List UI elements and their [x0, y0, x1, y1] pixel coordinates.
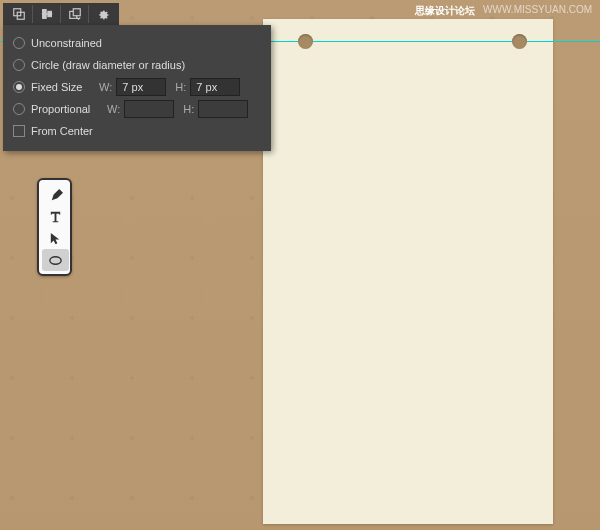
radio-icon: [13, 37, 25, 49]
radio-icon: [13, 59, 25, 71]
type-tool-icon[interactable]: [42, 205, 69, 227]
option-label: Unconstrained: [31, 37, 102, 49]
option-label: From Center: [31, 125, 93, 137]
pen-tool-icon[interactable]: [42, 183, 69, 205]
option-proportional[interactable]: Proportional W: H:: [13, 98, 261, 120]
gear-icon[interactable]: [89, 5, 117, 23]
floating-tool-panel: [37, 178, 72, 276]
radio-icon: [13, 103, 25, 115]
paper-artboard: [263, 19, 553, 524]
height-input[interactable]: [190, 78, 240, 96]
option-label: Circle (draw diameter or radius): [31, 59, 185, 71]
width-label: W:: [104, 103, 120, 115]
punch-hole: [512, 34, 527, 49]
width-input: [124, 100, 174, 118]
path-operations-icon[interactable]: [5, 5, 33, 23]
option-fixed-size[interactable]: Fixed Size W: H:: [13, 76, 261, 98]
option-label: Proportional: [31, 103, 90, 115]
height-label: H:: [178, 103, 194, 115]
svg-rect-3: [42, 10, 46, 19]
svg-rect-6: [73, 9, 80, 16]
svg-rect-4: [47, 11, 51, 16]
ellipse-tool-icon[interactable]: [42, 249, 69, 271]
option-unconstrained[interactable]: Unconstrained: [13, 32, 261, 54]
punch-hole: [298, 34, 313, 49]
path-selection-tool-icon[interactable]: [42, 227, 69, 249]
checkbox-icon: [13, 125, 25, 137]
shape-options-toolbar: [3, 3, 119, 25]
option-label: Fixed Size: [31, 81, 82, 93]
radio-icon: [13, 81, 25, 93]
height-label: H:: [170, 81, 186, 93]
height-input: [198, 100, 248, 118]
shape-options-panel: Unconstrained Circle (draw diameter or r…: [3, 25, 271, 151]
path-alignment-icon[interactable]: [33, 5, 61, 23]
width-label: W:: [96, 81, 112, 93]
option-from-center[interactable]: From Center: [13, 120, 261, 142]
path-arrangement-icon[interactable]: [61, 5, 89, 23]
watermark: 思缘设计论坛 WWW.MISSYUAN.COM: [415, 4, 592, 18]
svg-point-7: [50, 256, 61, 264]
width-input[interactable]: [116, 78, 166, 96]
option-circle[interactable]: Circle (draw diameter or radius): [13, 54, 261, 76]
